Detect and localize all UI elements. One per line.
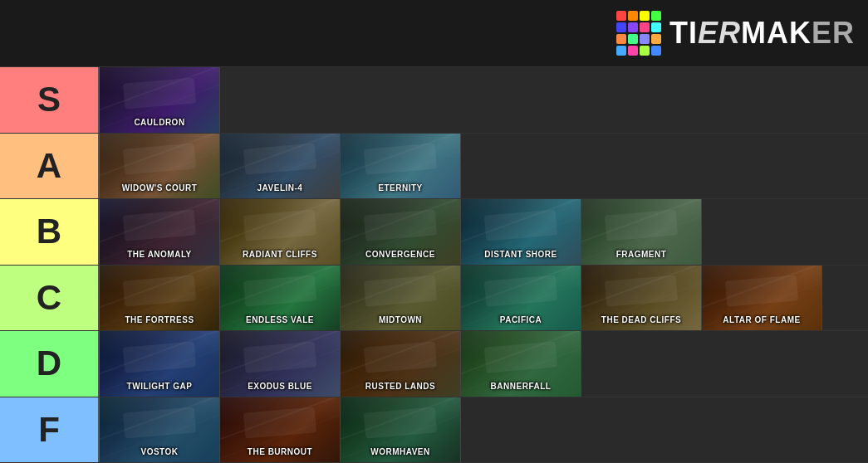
logo-cell-0 xyxy=(616,11,626,21)
logo-cell-12 xyxy=(616,46,626,56)
map-item-widows-court[interactable]: WIDOW'S COURT xyxy=(100,134,220,199)
tier-row-s: SCAULDRON xyxy=(0,67,868,134)
logo-cell-15 xyxy=(651,46,661,56)
tier-label-s: S xyxy=(0,67,100,133)
logo-cell-3 xyxy=(651,11,661,21)
map-item-dead-cliffs[interactable]: THE DEAD CLIFFS xyxy=(581,266,702,331)
map-label-twilight-gap: TWILIGHT GAP xyxy=(100,382,219,392)
map-label-bannerfall: BANNERFALL xyxy=(461,382,581,392)
logo-cell-5 xyxy=(628,22,638,32)
map-item-radiant-cliffs[interactable]: RADIANT CLIFFS xyxy=(220,199,341,265)
map-label-radiant-cliffs: RADIANT CLIFFS xyxy=(220,250,340,260)
map-item-burnout[interactable]: THE BURNOUT xyxy=(220,397,341,463)
map-label-pacifica: PACIFICA xyxy=(461,315,581,325)
map-label-convergence: CONVERGENCE xyxy=(341,250,460,260)
map-label-endless-vale: ENDLESS VALE xyxy=(220,315,340,325)
tier-items-f: VOSTOKTHE BURNOUTWORMHAVEN xyxy=(100,397,868,463)
map-item-anomaly[interactable]: THE ANOMALY xyxy=(100,199,220,265)
map-label-wormhaven: WORMHAVEN xyxy=(341,447,460,457)
logo-grid xyxy=(616,11,661,56)
tier-label-b: B xyxy=(0,199,100,265)
tier-text: Ti xyxy=(669,16,698,50)
logo-cell-14 xyxy=(640,46,650,56)
maker-text: MAK xyxy=(741,16,812,50)
tier-items-c: THE FORTRESSENDLESS VALEMIDTOWNPACIFICAT… xyxy=(100,266,868,331)
map-label-altar: ALTAR OF FLAME xyxy=(702,315,821,325)
logo-cell-7 xyxy=(651,22,661,32)
tier-label-f: F xyxy=(0,397,100,463)
map-item-bannerfall[interactable]: BANNERFALL xyxy=(461,331,581,397)
map-item-midtown[interactable]: MIDTOWN xyxy=(341,266,461,331)
map-label-dead-cliffs: THE DEAD CLIFFS xyxy=(581,315,701,325)
tier-label-c: C xyxy=(0,266,100,331)
logo-cell-4 xyxy=(616,22,626,32)
tiermaker-logo: TiERMAKER xyxy=(616,11,855,56)
map-label-cauldron: CAULDRON xyxy=(100,118,219,128)
map-item-fragment[interactable]: FRAGMENT xyxy=(581,199,702,265)
map-item-cauldron[interactable]: CAULDRON xyxy=(100,67,220,133)
map-item-eternity[interactable]: ETERNITY xyxy=(341,134,461,199)
logo-cell-10 xyxy=(640,34,650,44)
tier-items-d: TWILIGHT GAPEXODUS BLUERUSTED LANDSBANNE… xyxy=(100,331,868,397)
tier-row-d: DTWILIGHT GAPEXODUS BLUERUSTED LANDSBANN… xyxy=(0,331,868,397)
map-item-fortress[interactable]: THE FORTRESS xyxy=(100,266,220,331)
tier-row-b: BTHE ANOMALYRADIANT CLIFFSCONVERGENCEDIS… xyxy=(0,199,868,266)
map-label-vostok: VOSTOK xyxy=(100,447,219,457)
map-item-vostok[interactable]: VOSTOK xyxy=(100,397,220,463)
map-item-exodus-blue[interactable]: EXODUS BLUE xyxy=(220,331,341,397)
map-label-burnout: THE BURNOUT xyxy=(220,447,340,457)
tier-row-f: FVOSTOKTHE BURNOUTWORMHAVEN xyxy=(0,397,868,464)
er2-text: ER xyxy=(812,16,855,50)
logo-cell-6 xyxy=(640,22,650,32)
map-label-anomaly: THE ANOMALY xyxy=(100,250,219,260)
map-label-fortress: THE FORTRESS xyxy=(100,315,219,325)
map-item-twilight-gap[interactable]: TWILIGHT GAP xyxy=(100,331,220,397)
map-label-midtown: MIDTOWN xyxy=(341,315,460,325)
map-item-pacifica[interactable]: PACIFICA xyxy=(461,266,581,331)
logo-text: TiERMAKER xyxy=(669,16,855,51)
map-item-altar[interactable]: ALTAR OF FLAME xyxy=(702,266,822,331)
map-item-rusted-lands[interactable]: RUSTED LANDS xyxy=(341,331,461,397)
logo-cell-8 xyxy=(616,34,626,44)
tier-list-container: TiERMAKER SCAULDRONAWIDOW'S COURTJAVELIN… xyxy=(0,0,868,463)
map-label-widows-court: WIDOW'S COURT xyxy=(100,183,219,193)
logo-cell-1 xyxy=(628,11,638,21)
logo-cell-2 xyxy=(640,11,650,21)
tiers-container: SCAULDRONAWIDOW'S COURTJAVELIN-4ETERNITY… xyxy=(0,66,868,463)
map-label-javelin4: JAVELIN-4 xyxy=(220,183,340,193)
header: TiERMAKER xyxy=(0,0,868,66)
tier-row-c: CTHE FORTRESSENDLESS VALEMIDTOWNPACIFICA… xyxy=(0,266,868,332)
map-label-rusted-lands: RUSTED LANDS xyxy=(341,382,460,392)
map-label-fragment: FRAGMENT xyxy=(581,250,701,260)
tier-row-a: AWIDOW'S COURTJAVELIN-4ETERNITY xyxy=(0,134,868,200)
tier-items-b: THE ANOMALYRADIANT CLIFFSCONVERGENCEDIST… xyxy=(100,199,868,265)
logo-cell-11 xyxy=(651,34,661,44)
tier-items-a: WIDOW'S COURTJAVELIN-4ETERNITY xyxy=(100,134,868,199)
logo-cell-13 xyxy=(628,46,638,56)
tier-items-s: CAULDRON xyxy=(100,67,868,133)
map-label-distant-shore: DISTANT SHORE xyxy=(461,250,581,260)
map-label-exodus-blue: EXODUS BLUE xyxy=(220,382,340,392)
map-item-wormhaven[interactable]: WORMHAVEN xyxy=(341,397,461,463)
map-item-convergence[interactable]: CONVERGENCE xyxy=(341,199,461,265)
map-label-eternity: ETERNITY xyxy=(341,183,460,193)
tier-label-a: A xyxy=(0,134,100,199)
map-item-endless-vale[interactable]: ENDLESS VALE xyxy=(220,266,341,331)
er-text: ER xyxy=(698,16,741,50)
map-item-javelin4[interactable]: JAVELIN-4 xyxy=(220,134,341,199)
map-item-distant-shore[interactable]: DISTANT SHORE xyxy=(461,199,581,265)
tier-label-d: D xyxy=(0,331,100,397)
logo-cell-9 xyxy=(628,34,638,44)
